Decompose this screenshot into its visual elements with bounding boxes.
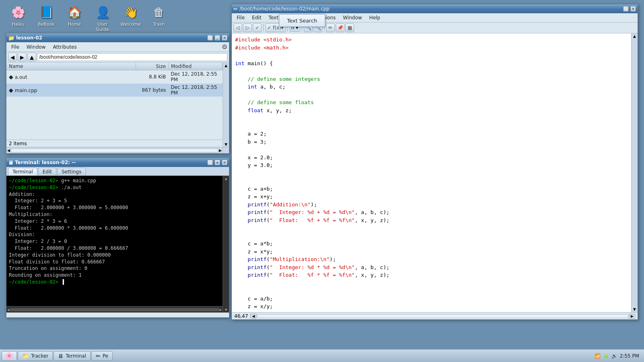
terminal-tab-btn[interactable]: + bbox=[215, 160, 220, 165]
home-label: Home bbox=[68, 22, 81, 27]
start-icon: 🌸 bbox=[5, 352, 13, 360]
fm-cell-size-aout: 8.8 KiB bbox=[136, 70, 168, 84]
terminal-window: 🖥 Terminal: lesson-02: -- ⬜ + ✕ Terminal… bbox=[6, 158, 229, 318]
editor-btn-pin[interactable]: 📌 bbox=[336, 23, 345, 32]
desktop-icon-haiku[interactable]: 🌸 Haiku bbox=[6, 4, 30, 32]
taskbar: 🌸 📁 Tracker 🖥 Terminal ✏ Pe 📶 🔋 🔊 2:55 P… bbox=[0, 349, 644, 362]
taskbar-time: 2:55 PM bbox=[620, 353, 639, 359]
filemanager-menubar: File Window Attributes ⚙ bbox=[6, 42, 229, 52]
taskbar-item-terminal[interactable]: 🖥 Terminal bbox=[54, 351, 91, 361]
filemanager-title-icon: 📁 bbox=[8, 35, 14, 41]
fm-scrollbar-v[interactable]: ▲ ▼ bbox=[223, 63, 229, 147]
tab-terminal[interactable]: Terminal bbox=[8, 168, 37, 175]
editor-btn-undo[interactable]: ◁ bbox=[233, 23, 242, 32]
tab-settings[interactable]: Settings bbox=[57, 168, 86, 175]
taskbar-item-pe[interactable]: ✏ Pe bbox=[91, 351, 113, 361]
code-line-31: printf(" Float: %f * %f = %f\n", x, y, z… bbox=[235, 271, 628, 279]
terminal-close-btn[interactable]: ✕ bbox=[222, 160, 227, 165]
editor-btn-edit[interactable]: ✏ bbox=[326, 23, 335, 32]
editor-menu-edit[interactable]: Edit bbox=[249, 14, 264, 21]
fm-scrollbar-h[interactable]: ◀ ▶ bbox=[6, 147, 223, 153]
editor-status-pos: 46,47 bbox=[234, 313, 248, 319]
desktop-icon-home[interactable]: 🏠 Home bbox=[62, 4, 87, 32]
terminal-body[interactable]: ~/code/lesson-02> g++ main.cpp ~/code/le… bbox=[6, 176, 229, 313]
editor-title: /boot/home/code/lesson-02/main.cpp bbox=[239, 6, 621, 12]
userguide-icon: 👤 bbox=[95, 4, 111, 20]
fm-path-input[interactable] bbox=[37, 53, 227, 61]
filemanager-min-btn[interactable]: _ bbox=[215, 35, 220, 41]
fm-up-btn[interactable]: ▲ bbox=[27, 53, 36, 62]
code-line-32 bbox=[235, 279, 628, 287]
code-line-17: y = 3.0; bbox=[235, 161, 628, 169]
code-line-28: z = x*y; bbox=[235, 248, 628, 256]
code-line-25 bbox=[235, 224, 628, 232]
editor-titlebar: ✏ /boot/home/code/lesson-02/main.cpp ⬜ ✕ bbox=[232, 4, 638, 13]
tracker-icon: 📁 bbox=[22, 353, 29, 359]
editor-scroll-right[interactable]: ▶ bbox=[629, 314, 635, 319]
code-editor[interactable]: #include <stdio.h> #include <math.h> int… bbox=[232, 33, 631, 312]
taskbar-start[interactable]: 🌸 bbox=[2, 351, 17, 361]
editor-scroll-left[interactable]: ◀ bbox=[250, 314, 256, 319]
code-line-29: printf("Multiplication:\n"); bbox=[235, 255, 628, 263]
tab-edit[interactable]: Edit bbox=[38, 168, 56, 175]
filemanager-title: lesson-02 bbox=[16, 35, 206, 41]
code-line-14: b = 3; bbox=[235, 138, 628, 146]
editor-zoom-btn[interactable]: ⬜ bbox=[623, 6, 629, 12]
code-line-33 bbox=[235, 287, 628, 295]
bebook-label: BeBook bbox=[38, 22, 55, 27]
editor-menu-window[interactable]: Window bbox=[340, 14, 365, 21]
haiku-icon: 🌸 bbox=[10, 4, 26, 20]
fm-cell-size-maincpp: 867 bytes bbox=[136, 84, 168, 97]
filemanager-close-btn[interactable]: ✕ bbox=[222, 35, 227, 41]
fm-col-size: Size bbox=[136, 63, 168, 70]
pe-label: Pe bbox=[103, 353, 108, 359]
editor-content-area: #include <stdio.h> #include <math.h> int… bbox=[232, 33, 638, 312]
editor-scrollbar-v[interactable]: ▲ ▼ bbox=[631, 33, 638, 312]
desktop-icon-bebook[interactable]: 📘 BeBook bbox=[34, 4, 58, 32]
editor-scroll-bar[interactable] bbox=[257, 314, 628, 318]
editor-menu-help[interactable]: Help bbox=[366, 14, 383, 21]
tray-battery-icon: 🔋 bbox=[603, 353, 609, 359]
code-line-1: #include <stdio.h> bbox=[235, 36, 628, 44]
fm-row-maincpp[interactable]: ◆main.cpp 867 bytes Dec 12, 2018, 2:55 P… bbox=[6, 84, 223, 97]
fm-cell-name-aout: ◆a.out bbox=[6, 70, 136, 84]
term-scrollbar-v[interactable]: ▲ ▼ bbox=[223, 176, 229, 313]
fm-menu-window[interactable]: Window bbox=[23, 43, 49, 51]
editor-btn-save[interactable]: ✓ bbox=[253, 23, 262, 32]
code-line-5 bbox=[235, 67, 628, 75]
editor-title-icon: ✏ bbox=[233, 6, 238, 12]
fm-menu-attributes[interactable]: Attributes bbox=[50, 43, 80, 51]
taskbar-item-tracker[interactable]: 📁 Tracker bbox=[18, 351, 53, 361]
code-line-6: // define some integers bbox=[235, 75, 628, 83]
code-line-4: int main() { bbox=[235, 60, 628, 68]
code-line-15 bbox=[235, 146, 628, 154]
editor-window: ✏ /boot/home/code/lesson-02/main.cpp ⬜ ✕… bbox=[231, 4, 638, 320]
welcome-icon: 👋 bbox=[123, 4, 139, 20]
editor-menu-file[interactable]: File bbox=[233, 14, 248, 21]
fm-forward-btn[interactable]: ▶ bbox=[18, 53, 27, 62]
code-line-13: a = 2; bbox=[235, 130, 628, 138]
code-line-7: int a, b, c; bbox=[235, 83, 628, 91]
code-line-23: printf(" Integer: %d + %d = %d\n", a, b,… bbox=[235, 208, 628, 216]
editor-btn-grid[interactable]: ▦ bbox=[345, 23, 354, 32]
filemanager-toolbar: ◀ ▶ ▲ bbox=[6, 52, 229, 63]
desktop-icon-userguide[interactable]: 👤 User Guide bbox=[91, 4, 115, 32]
text-search-label: Text Search bbox=[287, 18, 317, 24]
fm-settings-btn[interactable]: ⚙ bbox=[222, 43, 227, 51]
fm-statusbar: 2 items bbox=[6, 140, 223, 147]
editor-close-btn[interactable]: ✕ bbox=[630, 6, 636, 12]
desktop-icon-welcome[interactable]: 👋 Welcome bbox=[119, 4, 143, 32]
code-line-20: c = a+b; bbox=[235, 185, 628, 193]
editor-btn-redo[interactable]: ▷ bbox=[243, 23, 252, 32]
desktop-icon-trash[interactable]: 🗑 Trash bbox=[147, 4, 171, 32]
fm-back-btn[interactable]: ◀ bbox=[8, 53, 17, 62]
welcome-label: Welcome bbox=[121, 22, 141, 27]
code-line-26 bbox=[235, 232, 628, 240]
fm-cell-modified-maincpp: Dec 12, 2018, 2:55 PM bbox=[168, 84, 222, 97]
terminal-zoom-btn[interactable]: ⬜ bbox=[207, 160, 213, 165]
trash-icon: 🗑 bbox=[151, 4, 167, 20]
fm-row-aout[interactable]: ◆a.out 8.8 KiB Dec 12, 2018, 2:55 PM bbox=[6, 70, 223, 84]
filemanager-zoom-btn[interactable]: ⬜ bbox=[207, 35, 213, 41]
fm-menu-file[interactable]: File bbox=[8, 43, 23, 51]
term-scrollbar-h[interactable]: ◀ ▶ bbox=[6, 306, 223, 313]
